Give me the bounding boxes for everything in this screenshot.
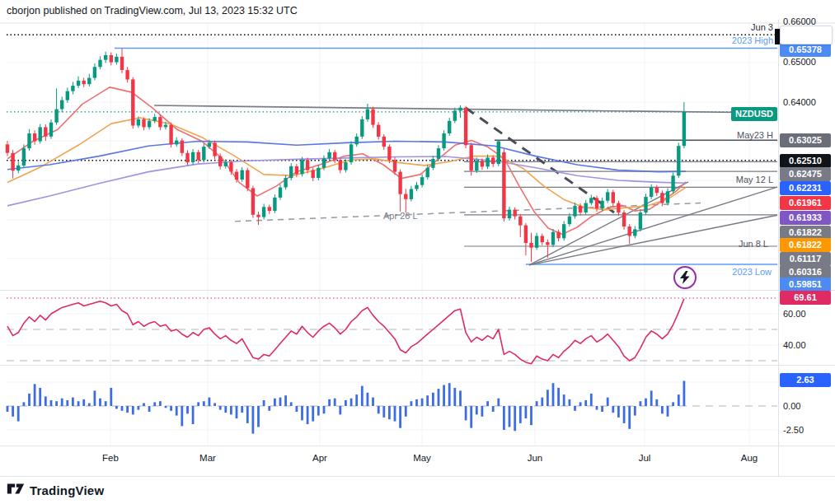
price-axis-label: 0.64000 (783, 97, 816, 107)
price-badge: 69.61 (780, 291, 831, 305)
time-axis-label: Aug (741, 453, 758, 463)
price-axis-label: 60.00 (783, 309, 806, 319)
price-badge: 0.61933 (780, 211, 831, 225)
price-badge: NZDUSD (731, 107, 777, 121)
price-badge: 0.61117 (780, 252, 831, 266)
tradingview-brand[interactable]: TradingView (30, 483, 104, 497)
chart-annotation: May 12 L (736, 175, 773, 184)
footer: TradingView (7, 482, 104, 499)
price-badge: 0.61961 (780, 196, 831, 210)
chart-canvas[interactable] (0, 0, 835, 504)
last-candle-axis-mark (775, 29, 780, 44)
price-badge: 0.60316 (780, 265, 831, 279)
chart-annotation: Apr 26 L (383, 211, 418, 221)
price-badge: 0.62475 (780, 167, 831, 181)
price-badge: 0.61822 (780, 238, 831, 252)
time-axis-label: Feb (102, 453, 119, 463)
chart-annotation: 2023 Low (732, 267, 772, 277)
price-badge: 0.61822 (780, 226, 831, 240)
tradingview-published-chart: cborjon published on TradingView.com, Ju… (0, 0, 835, 504)
price-axis-label: 40.00 (783, 340, 806, 350)
chart-annotation: Jun 8 L (739, 239, 768, 249)
chart-annotation: May23 H (737, 130, 773, 140)
price-axis-label: 0.65000 (783, 57, 816, 67)
price-axis-label: -2.50 (783, 425, 804, 435)
lightning-icon (673, 266, 697, 289)
time-axis-label: Jun (528, 453, 543, 463)
price-axis-label: 0.00 (783, 401, 800, 411)
price-badge: 0.62510 (780, 154, 831, 168)
price-badge: 0.65378 (780, 43, 831, 57)
time-axis-label: Jul (639, 453, 651, 463)
chart-annotation: Jun 3 (751, 22, 773, 32)
time-axis-label: Apr (312, 453, 327, 463)
price-tooltip-box (780, 26, 833, 44)
price-badge: 2.63 (780, 373, 831, 387)
time-axis-label: May (413, 453, 431, 463)
time-axis-label: Mar (199, 453, 216, 463)
price-badge: 0.62231 (780, 181, 831, 195)
price-badge: 0.63025 (780, 133, 831, 147)
tradingview-logo-icon[interactable] (7, 482, 25, 499)
chart-annotation: 2023 High (732, 35, 773, 45)
price-badge: 0.59851 (780, 278, 831, 292)
